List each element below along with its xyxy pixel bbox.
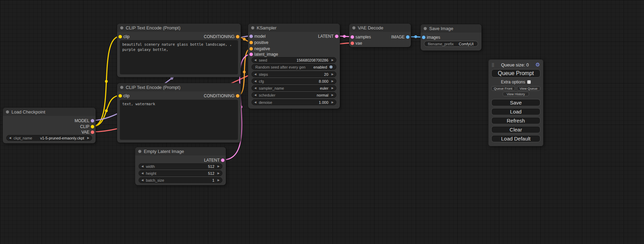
scheduler-widget[interactable]: ◀ scheduler normal ▶ xyxy=(252,92,336,98)
increment-icon[interactable]: ▶ xyxy=(329,101,336,104)
width-widget[interactable]: ◀ width 512 ▶ xyxy=(139,163,222,169)
output-dot-latent[interactable] xyxy=(335,35,338,38)
increment-icon[interactable]: ▶ xyxy=(329,58,336,62)
queue-front-button[interactable]: Queue Front xyxy=(491,86,515,91)
node-clip-text-encode-positive[interactable]: CLIP Text Encode (Prompt) clip CONDITION… xyxy=(117,24,241,77)
toggle-icon[interactable] xyxy=(329,65,333,69)
decrement-icon[interactable]: ◀ xyxy=(139,172,146,175)
node-load-checkpoint[interactable]: Load Checkpoint MODEL CLIP VAE ◀ ckpt_na… xyxy=(3,108,96,143)
input-dot-negative[interactable] xyxy=(249,47,253,51)
random-seed-toggle-widget[interactable]: Random seed after every gen enabled xyxy=(252,64,336,70)
view-history-button[interactable]: View History xyxy=(503,92,529,96)
node-title-bar[interactable]: Load Checkpoint xyxy=(3,108,96,116)
input-dot-clip[interactable] xyxy=(118,94,122,98)
input-slot-clip: clip xyxy=(117,93,130,98)
collapse-toggle-icon[interactable] xyxy=(6,110,9,114)
load-button[interactable]: Load xyxy=(491,108,540,115)
widget-label: ckpt_name xyxy=(14,136,32,140)
node-ksampler[interactable]: KSampler model LATENT positive negative … xyxy=(248,24,340,109)
output-dot-conditioning[interactable] xyxy=(236,94,239,98)
node-empty-latent-image[interactable]: Empty Latent Image LATENT ◀ width 512 ▶ … xyxy=(135,147,226,185)
node-title-bar[interactable]: CLIP Text Encode (Prompt) xyxy=(117,24,241,32)
node-title-bar[interactable]: KSampler xyxy=(248,24,340,32)
drag-handle-icon[interactable]: ⣿ xyxy=(492,63,494,67)
output-dot-clip[interactable] xyxy=(91,125,94,128)
view-queue-button[interactable]: View Queue xyxy=(517,86,541,91)
widget-value: 1.000 xyxy=(319,100,329,105)
collapse-toggle-icon[interactable] xyxy=(352,26,355,29)
input-dot-latent-image[interactable] xyxy=(249,53,253,56)
output-dot-model[interactable] xyxy=(91,119,94,123)
refresh-button[interactable]: Refresh xyxy=(491,117,540,124)
cfg-widget[interactable]: ◀ cfg 8.000 ▶ xyxy=(252,78,336,84)
node-title: KSampler xyxy=(257,25,276,30)
save-button[interactable]: Save xyxy=(491,99,540,106)
load-default-button[interactable]: Load Default xyxy=(491,135,540,142)
extra-options-checkbox[interactable] xyxy=(527,80,531,84)
batch-size-widget[interactable]: ◀ batch_size 1 ▶ xyxy=(139,177,222,183)
increment-icon[interactable]: ▶ xyxy=(215,179,222,182)
decrement-icon[interactable]: ◀ xyxy=(252,58,259,62)
steps-widget[interactable]: ◀ steps 20 ▶ xyxy=(252,71,336,77)
settings-gear-icon[interactable]: ⚙ xyxy=(536,62,540,67)
decrement-icon[interactable]: ◀ xyxy=(252,73,259,76)
increment-icon[interactable]: ▶ xyxy=(85,136,92,139)
node-title-bar[interactable]: Save Image xyxy=(421,24,482,33)
sampler-name-widget[interactable]: ◀ sampler_name euler ▶ xyxy=(252,85,336,91)
widget-label: filename_prefix xyxy=(428,42,454,46)
increment-icon[interactable]: ▶ xyxy=(329,93,336,97)
output-dot-latent[interactable] xyxy=(221,159,224,162)
node-clip-text-encode-negative[interactable]: CLIP Text Encode (Prompt) clip CONDITION… xyxy=(117,83,241,143)
positive-prompt-textarea[interactable]: beautiful scenery nature glass bottle la… xyxy=(120,40,238,74)
node-graph-canvas[interactable]: Load Checkpoint MODEL CLIP VAE ◀ ckpt_na… xyxy=(0,0,644,244)
input-dot-clip[interactable] xyxy=(118,35,122,38)
decrement-icon[interactable]: ◀ xyxy=(252,93,259,97)
output-dot-vae[interactable] xyxy=(91,130,94,134)
output-dot-image[interactable] xyxy=(406,35,409,39)
collapse-toggle-icon[interactable] xyxy=(138,150,141,153)
widget-label: width xyxy=(146,164,155,169)
input-label-latent-image: latent_image xyxy=(254,52,278,57)
decrement-icon[interactable]: ◀ xyxy=(252,80,259,83)
view-history-row: View History xyxy=(488,92,543,96)
queue-prompt-button[interactable]: Queue Prompt xyxy=(491,69,540,78)
filename-prefix-widget[interactable]: filename_prefix ComfyUI xyxy=(424,41,478,47)
node-vae-decode[interactable]: VAE Decode samples IMAGE vae xyxy=(349,24,411,47)
decrement-icon[interactable]: ◀ xyxy=(139,179,146,182)
decrement-icon[interactable]: ◀ xyxy=(139,165,146,168)
link-dot-image xyxy=(414,35,417,38)
node-save-image[interactable]: Save Image images filename_prefix ComfyU… xyxy=(421,24,482,51)
collapse-toggle-icon[interactable] xyxy=(424,27,427,30)
decrement-icon[interactable]: ◀ xyxy=(252,101,259,104)
decrement-icon[interactable]: ◀ xyxy=(7,136,14,139)
collapse-toggle-icon[interactable] xyxy=(251,26,254,29)
increment-icon[interactable]: ▶ xyxy=(329,73,336,76)
collapse-toggle-icon[interactable] xyxy=(120,86,123,89)
input-dot-images[interactable] xyxy=(422,36,425,39)
node-title-bar[interactable]: VAE Decode xyxy=(349,24,411,32)
negative-prompt-textarea[interactable]: text, watermark xyxy=(120,100,238,140)
link-dot-clip2 xyxy=(105,109,108,112)
denoise-widget[interactable]: ◀ denoise 1.000 ▶ xyxy=(252,99,336,105)
height-widget[interactable]: ◀ height 512 ▶ xyxy=(139,170,222,176)
input-dot-positive[interactable] xyxy=(249,41,253,44)
clear-button[interactable]: Clear xyxy=(491,126,540,133)
node-title-bar[interactable]: CLIP Text Encode (Prompt) xyxy=(117,83,241,91)
output-dot-conditioning[interactable] xyxy=(236,35,239,38)
ckpt-name-widget[interactable]: ◀ ckpt_name v1-5-pruned-emaonly.ckpt ▶ xyxy=(6,135,92,141)
input-dot-samples[interactable] xyxy=(351,35,354,39)
input-dot-model[interactable] xyxy=(249,35,253,38)
seed-widget[interactable]: ◀ seed 156680208700286 ▶ xyxy=(252,57,336,63)
increment-icon[interactable]: ▶ xyxy=(215,165,222,168)
increment-icon[interactable]: ▶ xyxy=(329,80,336,83)
collapse-toggle-icon[interactable] xyxy=(120,26,123,29)
increment-icon[interactable]: ▶ xyxy=(215,172,222,175)
decrement-icon[interactable]: ◀ xyxy=(252,87,259,90)
input-label-vae: vae xyxy=(355,41,362,46)
increment-icon[interactable]: ▶ xyxy=(329,87,336,90)
input-dot-vae[interactable] xyxy=(351,42,354,45)
output-slot-vae: VAE xyxy=(81,129,96,135)
input-slot-negative: negative xyxy=(248,46,270,51)
node-title-bar[interactable]: Empty Latent Image xyxy=(135,147,226,155)
menu-header: ⣿ Queue size: 0 ⚙ xyxy=(492,62,540,67)
